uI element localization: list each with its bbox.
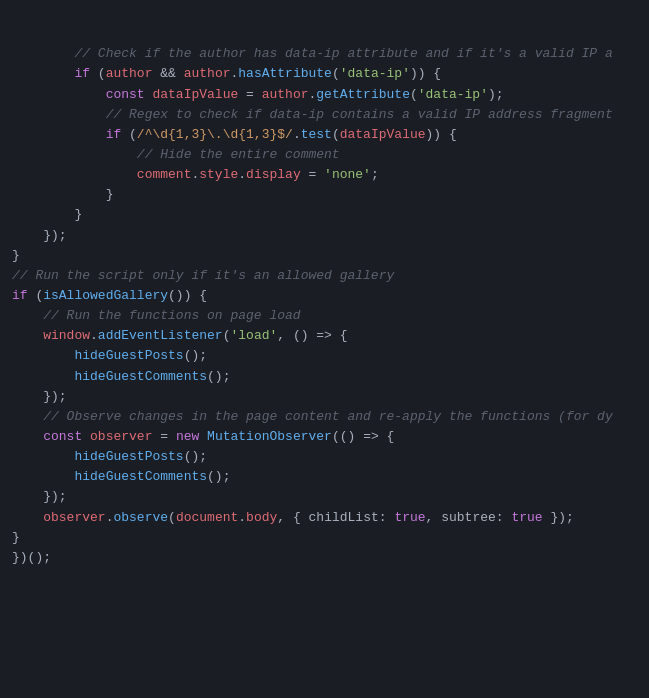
token-keyword: true: [511, 510, 542, 525]
token-func: MutationObserver: [207, 429, 332, 444]
token-keyword: const: [43, 429, 82, 444]
token-comment: // Check if the author has data-ip attri…: [74, 46, 612, 61]
token-func: hideGuestPosts: [74, 348, 183, 363]
code-line: hideGuestPosts();: [0, 447, 649, 467]
token-var: style: [199, 167, 238, 182]
token-var: dataIpValue: [340, 127, 426, 142]
code-line: });: [0, 387, 649, 407]
indent: [12, 147, 137, 162]
token-plain: (: [332, 127, 340, 142]
token-keyword: const: [106, 87, 145, 102]
token-plain: })();: [12, 550, 51, 565]
token-func: getAttribute: [316, 87, 410, 102]
token-plain: .: [293, 127, 301, 142]
token-func: hideGuestComments: [74, 469, 207, 484]
token-func: observe: [113, 510, 168, 525]
code-line: // Run the script only if it's an allowe…: [0, 266, 649, 286]
token-comment: // Hide the entire comment: [137, 147, 340, 162]
token-plain: [199, 429, 207, 444]
indent: [12, 489, 43, 504]
token-var: author: [262, 87, 309, 102]
indent: [12, 46, 74, 61]
token-plain: ();: [184, 449, 207, 464]
token-plain: });: [43, 228, 66, 243]
token-func: test: [301, 127, 332, 142]
indent: [12, 187, 106, 202]
code-line: if (isAllowedGallery()) {: [0, 286, 649, 306]
token-func: hideGuestPosts: [74, 449, 183, 464]
code-line: // Run the functions on page load: [0, 306, 649, 326]
token-func: isAllowedGallery: [43, 288, 168, 303]
token-plain: (: [121, 127, 137, 142]
token-keyword: if: [12, 288, 28, 303]
indent: [12, 510, 43, 525]
token-var: observer: [43, 510, 105, 525]
token-plain: )) {: [410, 66, 441, 81]
indent: [12, 87, 106, 102]
token-comment: // Regex to check if data-ip contains a …: [106, 107, 613, 122]
token-plain: =: [238, 87, 261, 102]
token-plain: ();: [184, 348, 207, 363]
token-string: 'data-ip': [340, 66, 410, 81]
indent: [12, 228, 43, 243]
token-string: 'load': [230, 328, 277, 343]
indent: [12, 389, 43, 404]
token-plain: }: [74, 207, 82, 222]
code-line: hideGuestPosts();: [0, 346, 649, 366]
code-line: window.addEventListener('load', () => {: [0, 326, 649, 346]
token-var: observer: [90, 429, 152, 444]
token-plain: [82, 429, 90, 444]
token-var: dataIpValue: [152, 87, 238, 102]
token-plain: , {: [277, 510, 308, 525]
token-comment: // Observe changes in the page content a…: [43, 409, 613, 424]
token-plain: ;: [371, 167, 379, 182]
indent: [12, 207, 74, 222]
code-line: // Hide the entire comment: [0, 145, 649, 165]
code-line: }: [0, 246, 649, 266]
token-string: 'none': [324, 167, 371, 182]
token-plain: =: [152, 429, 175, 444]
token-plain: (: [332, 66, 340, 81]
code-line: observer.observe(document.body, { childL…: [0, 508, 649, 528]
token-string: 'data-ip': [418, 87, 488, 102]
code-line: });: [0, 487, 649, 507]
token-plain: (: [410, 87, 418, 102]
token-plain: subtree: [441, 510, 496, 525]
indent: [12, 369, 74, 384]
code-line: const observer = new MutationObserver(()…: [0, 427, 649, 447]
token-keyword: true: [394, 510, 425, 525]
indent: [12, 449, 74, 464]
token-plain: ,: [426, 510, 442, 525]
token-regex: /^\d{1,3}\.\d{1,3}$/: [137, 127, 293, 142]
code-line: })();: [0, 548, 649, 568]
indent: [12, 308, 43, 323]
token-plain: (() => {: [332, 429, 394, 444]
token-comment: // Run the script only if it's an allowe…: [12, 268, 394, 283]
token-plain: childList: [309, 510, 379, 525]
token-plain: , () => {: [277, 328, 347, 343]
code-line: }: [0, 205, 649, 225]
token-plain: (: [28, 288, 44, 303]
indent: [12, 66, 74, 81]
code-line: if (author && author.hasAttribute('data-…: [0, 64, 649, 84]
code-line: }: [0, 528, 649, 548]
token-plain: });: [543, 510, 574, 525]
token-plain: }: [106, 187, 114, 202]
token-var: window: [43, 328, 90, 343]
token-plain: )) {: [426, 127, 457, 142]
code-line: const dataIpValue = author.getAttribute(…: [0, 85, 649, 105]
indent: [12, 469, 74, 484]
token-plain: }: [12, 530, 20, 545]
indent: [12, 429, 43, 444]
token-plain: :: [496, 510, 512, 525]
code-line: // Observe changes in the page content a…: [0, 407, 649, 427]
indent: [12, 107, 106, 122]
token-func: hasAttribute: [238, 66, 332, 81]
token-keyword: new: [176, 429, 199, 444]
token-var: display: [246, 167, 301, 182]
indent: [12, 348, 74, 363]
indent: [12, 167, 137, 182]
token-keyword: if: [74, 66, 90, 81]
token-var: comment: [137, 167, 192, 182]
token-plain: .: [90, 328, 98, 343]
